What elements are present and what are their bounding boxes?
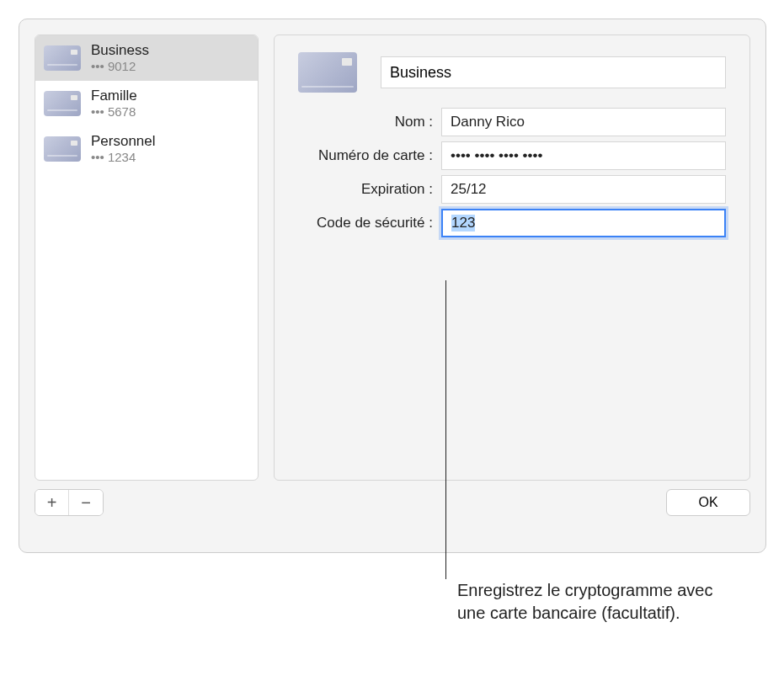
main-row: Business ••• 9012 Famille ••• 5678 Perso… <box>35 35 750 481</box>
card-title-field[interactable] <box>381 56 726 88</box>
field-row-name: Nom : <box>298 108 726 136</box>
cvc-label: Code de sécurité : <box>298 215 441 231</box>
add-remove-group: + − <box>35 489 104 516</box>
ok-button[interactable]: OK <box>666 489 750 516</box>
name-label: Nom : <box>298 114 441 130</box>
detail-header <box>298 52 726 93</box>
card-list-sidebar: Business ••• 9012 Famille ••• 5678 Perso… <box>35 35 259 481</box>
sidebar-item-business[interactable]: Business ••• 9012 <box>35 35 258 81</box>
card-number-field[interactable] <box>441 141 726 170</box>
sidebar-item-title: Famille <box>91 88 137 104</box>
cvc-value: 123 <box>451 215 475 231</box>
expiration-field[interactable] <box>441 175 726 204</box>
callout-line <box>445 280 446 579</box>
sidebar-item-sub: ••• 9012 <box>91 59 149 73</box>
card-detail-panel: Nom : Numéro de carte : Expiration : Cod… <box>274 35 750 481</box>
credit-card-icon <box>44 136 81 162</box>
number-label: Numéro de carte : <box>298 147 441 164</box>
credit-card-icon <box>44 45 81 71</box>
sidebar-item-text: Famille ••• 5678 <box>91 88 137 119</box>
field-row-number: Numéro de carte : <box>298 141 726 170</box>
credit-card-icon <box>298 52 357 93</box>
sidebar-item-famille[interactable]: Famille ••• 5678 <box>35 81 258 126</box>
add-button[interactable]: + <box>35 490 69 515</box>
sidebar-item-sub: ••• 1234 <box>91 150 156 164</box>
preferences-window: Business ••• 9012 Famille ••• 5678 Perso… <box>19 19 766 553</box>
sidebar-item-personnel[interactable]: Personnel ••• 1234 <box>35 126 258 172</box>
sidebar-item-title: Personnel <box>91 133 156 150</box>
sidebar-item-text: Personnel ••• 1234 <box>91 133 156 164</box>
sidebar-item-sub: ••• 5678 <box>91 104 137 119</box>
name-field[interactable] <box>441 108 726 136</box>
expiration-label: Expiration : <box>298 181 441 198</box>
sidebar-item-text: Business ••• 9012 <box>91 42 149 73</box>
callout-text: Enregistrez le cryptogramme avec une car… <box>457 579 735 625</box>
bottom-bar: + − OK <box>35 489 750 516</box>
remove-button[interactable]: − <box>69 490 103 515</box>
cvc-field[interactable]: 123 <box>441 209 726 237</box>
credit-card-icon <box>44 91 81 116</box>
field-row-cvc: Code de sécurité : 123 <box>298 209 726 237</box>
field-row-expiration: Expiration : <box>298 175 726 204</box>
sidebar-item-title: Business <box>91 42 149 59</box>
